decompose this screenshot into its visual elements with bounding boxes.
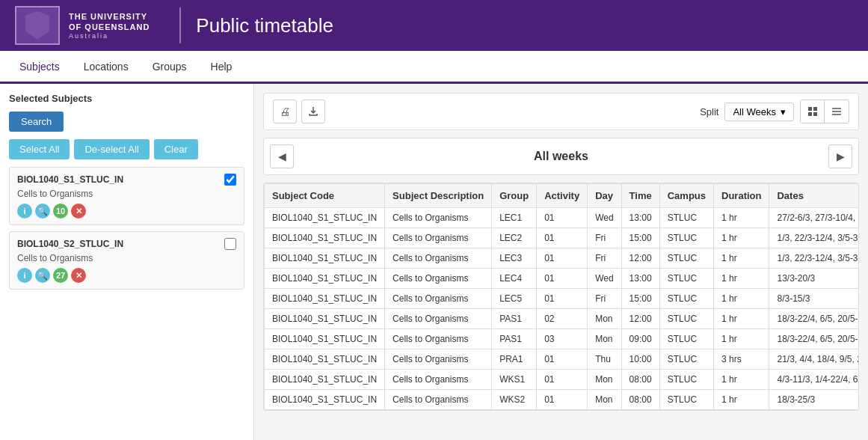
cell-3-8: 13/3-20/3 bbox=[769, 269, 859, 289]
list-view-button[interactable] bbox=[825, 100, 849, 123]
main-layout: Selected Subjects Search Select All De-s… bbox=[0, 84, 868, 440]
info-icon-2[interactable]: i bbox=[17, 268, 32, 283]
export-button[interactable] bbox=[301, 100, 325, 123]
cell-5-8: 18/3-22/4, 6/5, 20/5-3/6 bbox=[769, 309, 859, 329]
search-icon-1[interactable]: 🔍 bbox=[35, 204, 50, 219]
table-row: BIOL1040_S1_STLUC_INCells to OrganismsPR… bbox=[265, 349, 860, 370]
subject-item-2-header: BIOL1040_S2_STLUC_IN bbox=[17, 238, 236, 250]
cell-8-2: WKS1 bbox=[492, 370, 537, 390]
deselect-all-button[interactable]: De-select All bbox=[74, 139, 149, 159]
cell-2-3: 01 bbox=[537, 248, 588, 269]
nav-item-locations[interactable]: Locations bbox=[72, 52, 141, 84]
logo-title-line1: The University bbox=[69, 11, 150, 22]
page-title: Public timetable bbox=[196, 14, 333, 37]
logo-box bbox=[15, 6, 60, 45]
cell-0-4: Wed bbox=[588, 208, 621, 228]
cell-3-2: LEC4 bbox=[492, 269, 537, 289]
svg-rect-0 bbox=[808, 107, 812, 111]
cell-1-7: 1 hr bbox=[714, 228, 769, 248]
week-next-button[interactable]: ▶ bbox=[828, 144, 852, 168]
cell-8-8: 4/3-11/3, 1/4-22/4, 6/5, 20/5-3/6 bbox=[769, 370, 859, 390]
cell-6-5: 09:00 bbox=[621, 329, 659, 349]
search-icon-2[interactable]: 🔍 bbox=[35, 268, 50, 283]
split-label: Split bbox=[700, 106, 718, 117]
cell-3-7: 1 hr bbox=[714, 269, 769, 289]
subject-code-1: BIOL1040_S1_STLUC_IN bbox=[17, 174, 123, 185]
clear-button[interactable]: Clear bbox=[154, 139, 198, 159]
cell-8-3: 01 bbox=[537, 370, 588, 390]
select-all-button[interactable]: Select All bbox=[9, 139, 70, 159]
toolbar-right: Split All Weeks ▾ bbox=[700, 100, 849, 123]
cell-2-6: STLUC bbox=[659, 248, 713, 269]
nav-item-groups[interactable]: Groups bbox=[141, 52, 199, 84]
svg-rect-2 bbox=[808, 112, 812, 116]
cell-9-4: Mon bbox=[588, 390, 621, 410]
cell-9-1: Cells to Organisms bbox=[385, 390, 492, 410]
cell-7-8: 21/3, 4/4, 18/4, 9/5, 23/5 bbox=[769, 349, 859, 370]
week-title: All weeks bbox=[294, 150, 828, 163]
table-row: BIOL1040_S1_STLUC_INCells to OrganismsLE… bbox=[265, 228, 860, 248]
subject-desc-2: Cells to Organisms bbox=[17, 253, 236, 263]
cell-9-6: STLUC bbox=[659, 390, 713, 410]
cell-7-6: STLUC bbox=[659, 349, 713, 370]
header: The University of Queensland Australia P… bbox=[0, 0, 868, 51]
cell-8-5: 08:00 bbox=[621, 370, 659, 390]
cell-3-1: Cells to Organisms bbox=[385, 269, 492, 289]
toolbar-left: 🖨 bbox=[273, 100, 325, 123]
sidebar: Selected Subjects Search Select All De-s… bbox=[0, 84, 254, 440]
cell-7-0: BIOL1040_S1_STLUC_IN bbox=[265, 349, 385, 370]
cell-9-3: 01 bbox=[537, 390, 588, 410]
table-row: BIOL1040_S1_STLUC_INCells to OrganismsLE… bbox=[265, 289, 860, 309]
remove-icon-2[interactable]: ✕ bbox=[71, 268, 86, 283]
week-header: ◀ All weeks ▶ bbox=[263, 138, 859, 175]
subject-item-1-header: BIOL1040_S1_STLUC_IN bbox=[17, 174, 236, 186]
subject-icons-2: i 🔍 27 ✕ bbox=[17, 268, 236, 283]
weeks-dropdown-label: All Weeks bbox=[733, 106, 776, 117]
table-row: BIOL1040_S1_STLUC_INCells to OrganismsLE… bbox=[265, 269, 860, 289]
info-icon-1[interactable]: i bbox=[17, 204, 32, 219]
weeks-dropdown[interactable]: All Weeks ▾ bbox=[724, 103, 794, 121]
count-badge-1: 10 bbox=[53, 204, 68, 219]
week-prev-button[interactable]: ◀ bbox=[270, 144, 294, 168]
svg-rect-3 bbox=[813, 112, 817, 116]
subject-icons-1: i 🔍 10 ✕ bbox=[17, 204, 236, 219]
sidebar-title: Selected Subjects bbox=[9, 93, 244, 104]
col-subject-code: Subject Code bbox=[265, 184, 385, 208]
table-row: BIOL1040_S1_STLUC_INCells to OrganismsPA… bbox=[265, 329, 860, 349]
cell-8-1: Cells to Organisms bbox=[385, 370, 492, 390]
nav-item-subjects[interactable]: Subjects bbox=[7, 52, 72, 84]
subject-checkbox-2[interactable] bbox=[224, 238, 236, 250]
cell-4-3: 01 bbox=[537, 289, 588, 309]
timetable-container: Subject Code Subject Description Group A… bbox=[263, 183, 859, 411]
cell-0-7: 1 hr bbox=[714, 208, 769, 228]
header-divider bbox=[179, 7, 181, 43]
cell-6-6: STLUC bbox=[659, 329, 713, 349]
table-row: BIOL1040_S1_STLUC_INCells to OrganismsWK… bbox=[265, 390, 860, 410]
timetable-toolbar: 🖨 Split All Weeks ▾ bbox=[263, 93, 859, 130]
subject-code-2: BIOL1040_S2_STLUC_IN bbox=[17, 239, 123, 249]
cell-8-4: Mon bbox=[588, 370, 621, 390]
cell-4-1: Cells to Organisms bbox=[385, 289, 492, 309]
cell-5-2: PAS1 bbox=[492, 309, 537, 329]
svg-rect-1 bbox=[813, 107, 817, 111]
nav-item-help[interactable]: Help bbox=[199, 52, 244, 84]
search-button[interactable]: Search bbox=[9, 111, 64, 132]
cell-4-5: 15:00 bbox=[621, 289, 659, 309]
remove-icon-1[interactable]: ✕ bbox=[71, 204, 86, 219]
cell-9-8: 18/3-25/3 bbox=[769, 390, 859, 410]
cell-0-1: Cells to Organisms bbox=[385, 208, 492, 228]
cell-1-1: Cells to Organisms bbox=[385, 228, 492, 248]
subject-checkbox-1[interactable] bbox=[224, 174, 236, 186]
cell-1-4: Fri bbox=[588, 228, 621, 248]
cell-0-2: LEC1 bbox=[492, 208, 537, 228]
grid-view-button[interactable] bbox=[801, 100, 825, 123]
col-time: Time bbox=[621, 184, 659, 208]
col-dates: Dates bbox=[769, 184, 859, 208]
cell-0-6: STLUC bbox=[659, 208, 713, 228]
subject-desc-1: Cells to Organisms bbox=[17, 189, 236, 199]
cell-5-1: Cells to Organisms bbox=[385, 309, 492, 329]
timetable-header: Subject Code Subject Description Group A… bbox=[265, 184, 860, 208]
print-button[interactable]: 🖨 bbox=[273, 100, 297, 123]
cell-8-7: 1 hr bbox=[714, 370, 769, 390]
cell-9-2: WKS2 bbox=[492, 390, 537, 410]
